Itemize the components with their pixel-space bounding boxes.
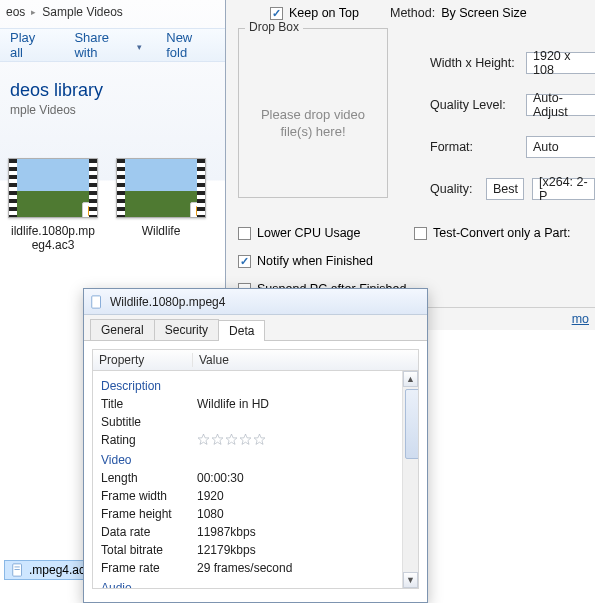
breadcrumb-part[interactable]: Sample Videos — [42, 5, 123, 19]
new-folder-button[interactable]: New fold — [166, 30, 215, 60]
svg-marker-8 — [254, 434, 265, 444]
row-subtitle[interactable]: Subtitle — [93, 413, 402, 431]
prop-key: Total bitrate — [101, 543, 197, 557]
svg-marker-6 — [226, 434, 237, 444]
section-description: Description — [93, 375, 402, 395]
keep-on-top-checkbox[interactable]: Keep on Top — [270, 6, 359, 20]
more-link[interactable]: mo — [572, 312, 589, 326]
star-icon[interactable] — [239, 433, 252, 446]
tab-security[interactable]: Security — [154, 319, 219, 340]
rating-stars[interactable] — [197, 433, 394, 447]
star-icon[interactable] — [225, 433, 238, 446]
column-value[interactable]: Value — [193, 353, 418, 367]
tab-general[interactable]: General — [90, 319, 155, 340]
row-total-bitrate[interactable]: Total bitrate12179kbps — [93, 541, 402, 559]
file-icon — [11, 563, 25, 577]
section-video: Video — [93, 449, 402, 469]
row-frame-rate[interactable]: Frame rate29 frames/second — [93, 559, 402, 577]
prop-key: Data rate — [101, 525, 197, 539]
breadcrumb-part[interactable]: eos — [6, 5, 25, 19]
width-height-label: Width x Height: — [430, 56, 515, 70]
width-height-combo[interactable]: 1920 x 108 — [526, 52, 595, 74]
chevron-right-icon: ▸ — [31, 7, 36, 17]
combo-box[interactable]: Auto-Adjust — [526, 94, 595, 116]
format-combo[interactable]: Auto — [526, 136, 595, 158]
thumbnail-frame — [8, 158, 98, 218]
grid-scroll: Description TitleWildlife in HD Subtitle… — [92, 371, 419, 589]
format-row: Format: — [430, 140, 473, 154]
library-subtitle: mple Videos — [10, 103, 103, 117]
checkbox-icon — [238, 255, 251, 268]
star-icon[interactable] — [211, 433, 224, 446]
share-with-button[interactable]: Share with — [74, 30, 142, 60]
thumbnail-caption: ildlife.1080p.mpeg4.ac3 — [8, 224, 98, 253]
drop-box-legend: Drop Box — [245, 20, 303, 34]
thumbnail-image — [125, 159, 197, 217]
dialog-body: Property Value Description TitleWildlife… — [84, 341, 427, 597]
breadcrumb[interactable]: eos ▸ Sample Videos — [0, 0, 129, 24]
row-data-rate[interactable]: Data rate11987kbps — [93, 523, 402, 541]
drop-box[interactable]: Drop Box Please drop video file(s) here! — [238, 28, 388, 198]
prop-key: Length — [101, 471, 197, 485]
scroll-thumb[interactable] — [405, 389, 419, 459]
star-icon[interactable] — [197, 433, 210, 446]
combo-box[interactable]: 1920 x 108 — [526, 52, 595, 74]
drop-box-hint: Please drop video file(s) here! — [239, 107, 387, 141]
prop-value: 1080 — [197, 507, 394, 521]
prop-value: Wildlife in HD — [197, 397, 394, 411]
prop-value: 00:00:30 — [197, 471, 394, 485]
quality-row: Quality: — [430, 182, 472, 196]
row-frame-height[interactable]: Frame height1080 — [93, 505, 402, 523]
test-convert-checkbox[interactable]: Test-Convert only a Part: — [414, 226, 571, 240]
dialog-titlebar[interactable]: Wildlife.1080p.mpeg4 — [84, 289, 427, 315]
star-icon[interactable] — [253, 433, 266, 446]
properties-dialog: Wildlife.1080p.mpeg4 General Security De… — [83, 288, 428, 603]
thumbnail-image — [17, 159, 89, 217]
method-value[interactable]: By Screen Size — [441, 6, 526, 20]
prop-key: Rating — [101, 433, 197, 447]
row-frame-width[interactable]: Frame width1920 — [93, 487, 402, 505]
column-property[interactable]: Property — [93, 353, 193, 367]
play-icon — [190, 202, 206, 218]
svg-rect-3 — [92, 295, 101, 307]
dialog-title: Wildlife.1080p.mpeg4 — [110, 295, 225, 309]
quality-label: Quality: — [430, 182, 472, 196]
prop-key: Frame rate — [101, 561, 197, 575]
video-thumbnail[interactable]: ildlife.1080p.mpeg4.ac3 — [8, 158, 98, 253]
prop-value: 1920 — [197, 489, 394, 503]
tab-details[interactable]: Deta — [218, 320, 265, 341]
thumbnail-frame — [116, 158, 206, 218]
prop-key: Title — [101, 397, 197, 411]
combo-box[interactable]: Auto — [526, 136, 595, 158]
svg-rect-2 — [15, 569, 20, 570]
prop-key: Subtitle — [101, 415, 197, 429]
scroll-up-icon[interactable]: ▲ — [403, 371, 418, 387]
file-icon — [90, 295, 104, 309]
method-label: Method: — [390, 6, 435, 20]
video-thumbnail[interactable]: Wildlife — [116, 158, 206, 253]
grid-header: Property Value — [92, 349, 419, 371]
prop-key: Frame height — [101, 507, 197, 521]
converter-window: Keep on Top Method: By Screen Size Drop … — [225, 0, 595, 330]
row-length[interactable]: Length00:00:30 — [93, 469, 402, 487]
row-title[interactable]: TitleWildlife in HD — [93, 395, 402, 413]
format-label: Format: — [430, 140, 473, 154]
quality-level-combo[interactable]: Auto-Adjust — [526, 94, 595, 116]
section-audio: Audio — [93, 577, 402, 589]
lower-cpu-checkbox[interactable]: Lower CPU Usage — [238, 226, 361, 240]
checkbox-label: Keep on Top — [289, 6, 359, 20]
row-rating[interactable]: Rating — [93, 431, 402, 449]
explorer-toolbar: Play all Share with New fold — [0, 28, 225, 62]
tabstrip: General Security Deta — [84, 315, 427, 341]
play-icon — [82, 202, 98, 218]
svg-rect-1 — [15, 567, 20, 568]
svg-marker-7 — [240, 434, 251, 444]
scrollbar[interactable]: ▲ ▼ — [402, 371, 418, 588]
scroll-down-icon[interactable]: ▼ — [403, 572, 418, 588]
quality-preset-combo[interactable]: Best — [486, 178, 524, 200]
quality-level-row: Quality Level: — [430, 98, 506, 112]
quality-codec-combo[interactable]: [x264: 2-P — [532, 178, 595, 200]
play-all-button[interactable]: Play all — [10, 30, 50, 60]
notify-finished-checkbox[interactable]: Notify when Finished — [238, 254, 373, 268]
checkbox-icon — [414, 227, 427, 240]
